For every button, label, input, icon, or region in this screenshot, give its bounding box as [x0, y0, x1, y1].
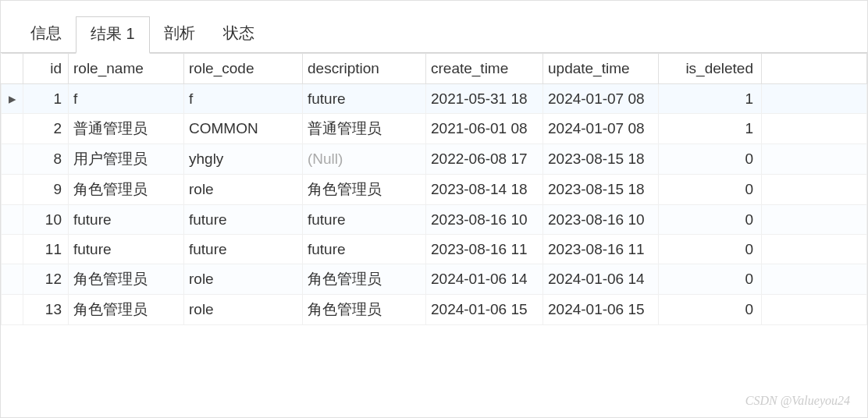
cell-update-time[interactable]: 2024-01-07 08: [543, 114, 659, 144]
table-row[interactable]: 10futurefuturefuture2023-08-16 102023-08…: [2, 205, 867, 235]
cell-id[interactable]: 12: [23, 264, 69, 295]
table-row[interactable]: 13角色管理员role角色管理员2024-01-06 152024-01-06 …: [2, 295, 867, 325]
cell-create-time[interactable]: 2024-01-06 14: [426, 264, 543, 295]
cell-create-time[interactable]: 2023-08-16 11: [426, 235, 543, 264]
table-row[interactable]: ▸1fffuture2021-05-31 182024-01-07 081: [2, 84, 867, 114]
header-role-code[interactable]: role_code: [184, 54, 303, 84]
cell-extra[interactable]: [762, 235, 867, 264]
row-marker[interactable]: [2, 205, 23, 235]
cell-id[interactable]: 10: [23, 205, 69, 235]
table-row[interactable]: 12角色管理员role角色管理员2024-01-06 142024-01-06 …: [2, 264, 867, 295]
cell-id[interactable]: 8: [23, 144, 69, 175]
row-marker[interactable]: [2, 114, 23, 144]
cell-is-deleted[interactable]: 0: [659, 205, 762, 235]
cell-id[interactable]: 13: [23, 295, 69, 325]
cell-description[interactable]: 普通管理员: [303, 114, 426, 144]
cell-is-deleted[interactable]: 0: [659, 144, 762, 175]
cell-description[interactable]: 角色管理员: [303, 295, 426, 325]
cell-extra[interactable]: [762, 295, 867, 325]
table-row[interactable]: 2普通管理员COMMON普通管理员2021-06-01 082024-01-07…: [2, 114, 867, 144]
tab-bar: 信息结果 1剖析状态: [1, 1, 867, 53]
header-id[interactable]: id: [23, 54, 69, 84]
row-marker[interactable]: [2, 264, 23, 295]
cell-extra[interactable]: [762, 175, 867, 205]
table-body: ▸1fffuture2021-05-31 182024-01-07 0812普通…: [2, 84, 867, 325]
results-table: id role_name role_code description creat…: [1, 53, 867, 325]
cell-update-time[interactable]: 2024-01-06 14: [543, 264, 659, 295]
cell-create-time[interactable]: 2021-06-01 08: [426, 114, 543, 144]
row-marker[interactable]: [2, 235, 23, 264]
cell-update-time[interactable]: 2023-08-16 11: [543, 235, 659, 264]
tab-3[interactable]: 状态: [209, 16, 269, 52]
cell-update-time[interactable]: 2024-01-06 15: [543, 295, 659, 325]
table-wrap: id role_name role_code description creat…: [1, 53, 867, 325]
result-panel: 信息结果 1剖析状态 id role_name role_code descri…: [0, 0, 868, 418]
cell-is-deleted[interactable]: 0: [659, 295, 762, 325]
cell-update-time[interactable]: 2023-08-16 10: [543, 205, 659, 235]
cell-extra[interactable]: [762, 205, 867, 235]
cell-role-code[interactable]: COMMON: [184, 114, 303, 144]
cell-role-code[interactable]: f: [184, 84, 303, 114]
cell-description[interactable]: future: [303, 235, 426, 264]
cell-description[interactable]: future: [303, 205, 426, 235]
cell-is-deleted[interactable]: 0: [659, 175, 762, 205]
cell-create-time[interactable]: 2021-05-31 18: [426, 84, 543, 114]
cell-is-deleted[interactable]: 0: [659, 235, 762, 264]
cell-role-name[interactable]: future: [69, 205, 184, 235]
cell-extra[interactable]: [762, 114, 867, 144]
cell-description[interactable]: future: [303, 84, 426, 114]
header-description[interactable]: description: [303, 54, 426, 84]
cell-role-name[interactable]: 角色管理员: [69, 264, 184, 295]
tab-1[interactable]: 结果 1: [76, 16, 150, 54]
cell-role-name[interactable]: f: [69, 84, 184, 114]
cell-role-name[interactable]: 用户管理员: [69, 144, 184, 175]
row-marker[interactable]: [2, 175, 23, 205]
cell-description[interactable]: (Null): [303, 144, 426, 175]
table-row[interactable]: 11futurefuturefuture2023-08-16 112023-08…: [2, 235, 867, 264]
cell-role-name[interactable]: 普通管理员: [69, 114, 184, 144]
header-extra: [762, 54, 867, 84]
header-create-time[interactable]: create_time: [426, 54, 543, 84]
cell-is-deleted[interactable]: 1: [659, 84, 762, 114]
cell-description[interactable]: 角色管理员: [303, 175, 426, 205]
table-row[interactable]: 8用户管理员yhgly(Null)2022-06-08 172023-08-15…: [2, 144, 867, 175]
cell-role-code[interactable]: future: [184, 235, 303, 264]
cell-extra[interactable]: [762, 144, 867, 175]
cell-role-code[interactable]: future: [184, 205, 303, 235]
cell-role-name[interactable]: 角色管理员: [69, 175, 184, 205]
cell-create-time[interactable]: 2022-06-08 17: [426, 144, 543, 175]
cell-extra[interactable]: [762, 264, 867, 295]
cell-create-time[interactable]: 2023-08-14 18: [426, 175, 543, 205]
cell-id[interactable]: 2: [23, 114, 69, 144]
cell-role-code[interactable]: role: [184, 175, 303, 205]
cell-id[interactable]: 1: [23, 84, 69, 114]
cell-create-time[interactable]: 2023-08-16 10: [426, 205, 543, 235]
cell-update-time[interactable]: 2024-01-07 08: [543, 84, 659, 114]
cell-role-name[interactable]: future: [69, 235, 184, 264]
cell-role-name[interactable]: 角色管理员: [69, 295, 184, 325]
header-role-name[interactable]: role_name: [69, 54, 184, 84]
row-marker[interactable]: [2, 144, 23, 175]
cell-update-time[interactable]: 2023-08-15 18: [543, 144, 659, 175]
tab-2[interactable]: 剖析: [150, 16, 209, 52]
cell-role-code[interactable]: yhgly: [184, 144, 303, 175]
cell-is-deleted[interactable]: 1: [659, 114, 762, 144]
cell-id[interactable]: 9: [23, 175, 69, 205]
row-marker[interactable]: [2, 295, 23, 325]
table-row[interactable]: 9角色管理员role角色管理员2023-08-14 182023-08-15 1…: [2, 175, 867, 205]
cell-create-time[interactable]: 2024-01-06 15: [426, 295, 543, 325]
header-is-deleted[interactable]: is_deleted: [659, 54, 762, 84]
header-marker: [2, 54, 23, 84]
cell-description[interactable]: 角色管理员: [303, 264, 426, 295]
cell-update-time[interactable]: 2023-08-15 18: [543, 175, 659, 205]
cell-role-code[interactable]: role: [184, 295, 303, 325]
header-update-time[interactable]: update_time: [543, 54, 659, 84]
cell-id[interactable]: 11: [23, 235, 69, 264]
tab-0[interactable]: 信息: [16, 16, 76, 52]
cell-is-deleted[interactable]: 0: [659, 264, 762, 295]
row-marker[interactable]: ▸: [2, 84, 23, 114]
cell-extra[interactable]: [762, 84, 867, 114]
header-row: id role_name role_code description creat…: [2, 54, 867, 84]
cell-role-code[interactable]: role: [184, 264, 303, 295]
watermark: CSDN @Valueyou24: [745, 394, 850, 408]
